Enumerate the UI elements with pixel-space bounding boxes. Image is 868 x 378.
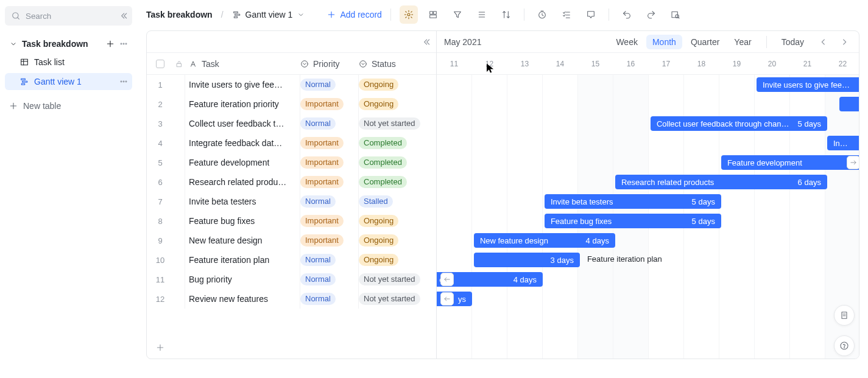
cell-status[interactable]: Not yet started	[358, 289, 436, 309]
scale-week[interactable]: Week	[610, 35, 644, 49]
cell-task[interactable]: Feature bug fixes	[185, 211, 300, 231]
cell-task[interactable]: Feature iteration plan	[185, 250, 300, 270]
cell-priority[interactable]: Normal	[300, 289, 358, 309]
table-row[interactable]: 12Review new featuresNormalNot yet start…	[147, 289, 436, 309]
cell-priority[interactable]: Important	[300, 153, 358, 172]
col-task[interactable]: Task	[202, 59, 219, 69]
reminder-button[interactable]	[533, 5, 551, 24]
cell-task[interactable]: New feature design	[185, 231, 300, 250]
table-row[interactable]: 4Integrate feedback dat…ImportantComplet…	[147, 133, 436, 153]
cell-priority[interactable]: Normal	[300, 270, 358, 289]
more-icon[interactable]	[119, 77, 129, 86]
new-table-button[interactable]: New table	[5, 96, 132, 116]
gantt-bar[interactable]: New feature design4 days	[474, 233, 615, 248]
sort-button[interactable]	[497, 5, 515, 24]
sidebar-collapse-icon[interactable]	[119, 11, 129, 21]
cell-status[interactable]: Ongoing	[358, 231, 436, 250]
find-button[interactable]	[666, 5, 685, 24]
cell-task[interactable]: Review new features	[185, 289, 300, 309]
scale-month[interactable]: Month	[646, 35, 682, 49]
help-button[interactable]	[834, 335, 855, 356]
gantt-bar[interactable]: Invite beta testers5 days	[545, 194, 721, 209]
automation-button[interactable]	[557, 5, 576, 24]
row-height-button[interactable]	[473, 5, 491, 24]
redo-button[interactable]	[642, 5, 660, 24]
cell-status[interactable]: Not yet started	[358, 270, 436, 289]
cell-status[interactable]: Ongoing	[358, 94, 436, 114]
scale-quarter[interactable]: Quarter	[685, 35, 725, 49]
cell-status[interactable]: Ongoing	[358, 250, 436, 270]
breadcrumb-table[interactable]: Task breakdown	[146, 10, 213, 19]
cell-task[interactable]: Collect user feedback t…	[185, 114, 300, 133]
search-input[interactable]	[26, 12, 129, 21]
gantt-bar[interactable]: Feature development	[721, 155, 859, 170]
table-row[interactable]: 5Feature developmentImportantCompleted	[147, 153, 436, 172]
cell-status[interactable]: Not yet started	[358, 114, 436, 133]
cell-priority[interactable]: Normal	[300, 250, 358, 270]
view-picker[interactable]: Gantt view 1	[232, 10, 306, 19]
cell-status[interactable]: Completed	[358, 153, 436, 172]
add-view-icon[interactable]	[105, 39, 115, 49]
select-all-checkbox[interactable]	[156, 60, 164, 68]
cell-task[interactable]: Bug priority	[185, 270, 300, 289]
cell-task[interactable]: Invite users to give fee…	[185, 75, 300, 94]
filter-button[interactable]	[448, 5, 467, 24]
bar-extend-left[interactable]	[440, 273, 454, 286]
cell-priority[interactable]: Important	[300, 133, 358, 153]
cell-task[interactable]: Feature development	[185, 153, 300, 172]
scale-year[interactable]: Year	[728, 35, 757, 49]
table-row[interactable]: 2Feature iteration priorityImportantOngo…	[147, 94, 436, 114]
gantt-bar[interactable]: Research related products6 days	[615, 175, 827, 189]
comment-button[interactable]	[582, 5, 600, 24]
cell-priority[interactable]: Important	[300, 94, 358, 114]
settings-button[interactable]	[400, 5, 418, 24]
cell-priority[interactable]: Normal	[300, 75, 358, 94]
activity-button[interactable]	[834, 305, 855, 326]
table-row[interactable]: 8Feature bug fixesImportantOngoing	[147, 211, 436, 231]
table-more-icon[interactable]	[119, 39, 129, 49]
cell-task[interactable]: Research related produ…	[185, 172, 300, 192]
add-record-button[interactable]: Add record	[326, 10, 381, 19]
gantt-bar[interactable]	[839, 97, 859, 111]
table-row[interactable]: 10Feature iteration planNormalOngoing	[147, 250, 436, 270]
cell-task[interactable]: Integrate feedback dat…	[185, 133, 300, 153]
cell-status[interactable]: Stalled	[358, 192, 436, 211]
cell-status[interactable]: Completed	[358, 172, 436, 192]
timeline-next[interactable]	[837, 35, 852, 49]
table-row[interactable]: 7Invite beta testersNormalStalled	[147, 192, 436, 211]
undo-button[interactable]	[618, 5, 636, 24]
cell-priority[interactable]: Important	[300, 172, 358, 192]
cell-status[interactable]: Completed	[358, 133, 436, 153]
col-status[interactable]: Status	[372, 59, 396, 69]
gantt-bar[interactable]: In…	[827, 136, 859, 150]
table-row[interactable]: 11Bug priorityNormalNot yet started	[147, 270, 436, 289]
cell-status[interactable]: Ongoing	[358, 211, 436, 231]
timeline-prev[interactable]	[816, 35, 831, 49]
search-box[interactable]	[5, 6, 132, 26]
cell-task[interactable]: Feature iteration priority	[185, 94, 300, 114]
table-row[interactable]: 6Research related produ…ImportantComplet…	[147, 172, 436, 192]
collapse-grid-icon[interactable]	[417, 37, 431, 47]
gantt-bar[interactable]: Collect user feedback through chann…5 da…	[651, 116, 827, 131]
bar-extend-left[interactable]	[440, 292, 454, 306]
col-priority[interactable]: Priority	[313, 59, 340, 69]
table-row[interactable]: 1Invite users to give fee…NormalOngoing	[147, 75, 436, 94]
today-button[interactable]: Today	[775, 35, 810, 49]
gantt-bar[interactable]: 3 days	[474, 253, 580, 267]
table-row[interactable]: 3Collect user feedback t…NormalNot yet s…	[147, 114, 436, 133]
cell-status[interactable]: Ongoing	[358, 75, 436, 94]
gantt-bar[interactable]: Invite users to give fee…	[757, 77, 859, 92]
cell-priority[interactable]: Important	[300, 231, 358, 250]
sidebar-view-0[interactable]: Task list	[5, 54, 132, 71]
cell-priority[interactable]: Important	[300, 211, 358, 231]
table-row[interactable]: 9New feature designImportantOngoing	[147, 231, 436, 250]
table-header[interactable]: Task breakdown	[5, 37, 132, 51]
gantt-bar[interactable]: Feature bug fixes5 days	[545, 214, 721, 228]
cell-task[interactable]: Invite beta testers	[185, 192, 300, 211]
cell-priority[interactable]: Normal	[300, 114, 358, 133]
add-row-button[interactable]	[147, 337, 436, 359]
bar-extend-right[interactable]	[847, 156, 859, 169]
group-button[interactable]	[424, 5, 442, 24]
sidebar-view-1[interactable]: Gantt view 1	[5, 73, 132, 90]
cell-priority[interactable]: Normal	[300, 192, 358, 211]
